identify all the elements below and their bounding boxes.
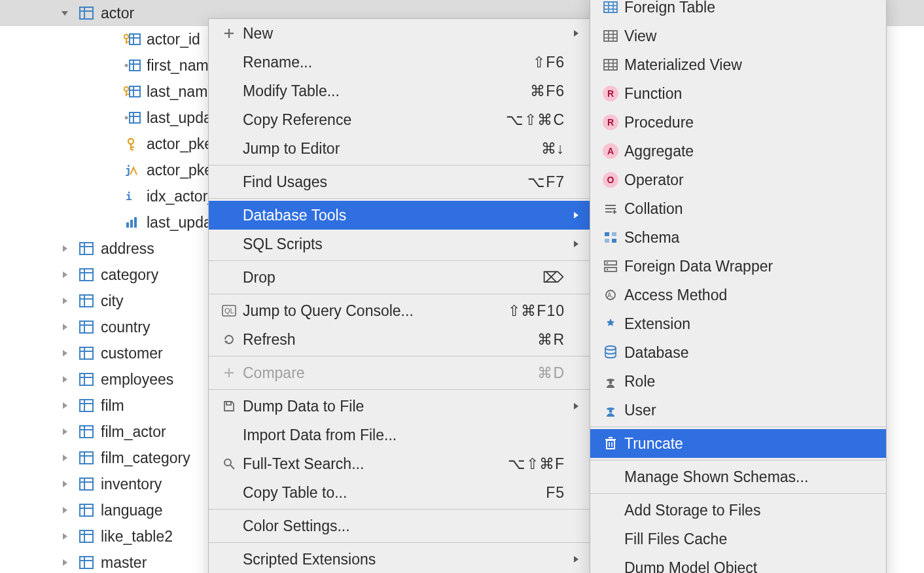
- menu-item[interactable]: Add Storage to Files: [590, 496, 886, 525]
- svg-rect-31: [130, 220, 133, 228]
- submenu-new[interactable]: Foreign TableViewMaterialized ViewRFunct…: [590, 0, 887, 573]
- chevron-right-icon: [55, 296, 75, 305]
- menu-separator: [209, 165, 590, 165]
- menu-item[interactable]: View: [590, 22, 886, 50]
- tree-node-label: category: [98, 266, 158, 284]
- context-menu[interactable]: NewRename...⇧F6Modify Table...⌘F6Copy Re…: [208, 18, 590, 573]
- collation-icon: [599, 203, 622, 215]
- menu-item[interactable]: Materialized View: [590, 50, 886, 79]
- svg-rect-109: [604, 31, 617, 41]
- svg-rect-125: [612, 232, 616, 236]
- menu-separator: [209, 542, 590, 543]
- menu-item-label: Compare: [240, 364, 524, 382]
- svg-rect-78: [80, 530, 93, 542]
- menu-item-label: Collation: [622, 200, 861, 218]
- menu-item[interactable]: Find Usages⌥F7: [209, 167, 590, 196]
- svg-rect-4: [130, 34, 140, 44]
- menu-item[interactable]: New: [209, 19, 590, 48]
- menu-item[interactable]: Color Settings...: [209, 512, 590, 540]
- menu-item[interactable]: RFunction: [590, 79, 886, 108]
- menu-separator: [209, 294, 590, 294]
- menu-item[interactable]: Drop⌦: [209, 263, 590, 292]
- chevron-right-icon: [55, 506, 75, 515]
- menu-item-label: Aggregate: [622, 143, 861, 160]
- chevron-down-icon: [55, 9, 75, 18]
- tree-node-label: master: [98, 554, 147, 572]
- menu-item[interactable]: Extension: [590, 309, 886, 338]
- extension-icon: [599, 317, 622, 330]
- menu-item[interactable]: Schema: [590, 223, 886, 252]
- menu-item[interactable]: Copy Table to...F5: [209, 478, 590, 507]
- svg-marker-96: [574, 403, 578, 409]
- menu-item[interactable]: Role: [590, 367, 886, 396]
- menu-item[interactable]: OOperator: [590, 165, 886, 194]
- svg-rect-46: [80, 321, 93, 333]
- svg-rect-10: [130, 60, 140, 71]
- menu-item-shortcut: F5: [533, 484, 565, 502]
- menu-item[interactable]: Copy Reference⌥⇧⌘C: [209, 105, 590, 134]
- menu-separator: [209, 198, 590, 199]
- svg-rect-50: [80, 347, 93, 359]
- svg-rect-20: [130, 113, 140, 123]
- svg-point-17: [124, 87, 129, 92]
- plus-icon: [218, 367, 240, 379]
- menu-item[interactable]: Database Tools: [209, 201, 590, 230]
- stats-icon: [120, 216, 144, 229]
- column-icon: [120, 111, 144, 124]
- menu-item[interactable]: RProcedure: [590, 108, 886, 137]
- menu-item[interactable]: Manage Shown Schemas...: [590, 462, 886, 491]
- svg-rect-70: [80, 478, 93, 490]
- svg-marker-33: [63, 245, 67, 252]
- menu-separator: [590, 460, 886, 460]
- menu-separator: [209, 389, 590, 390]
- svg-rect-42: [80, 295, 93, 307]
- menu-item[interactable]: Database: [590, 338, 886, 367]
- refresh-icon: [218, 333, 240, 346]
- chevron-right-icon: [55, 453, 75, 462]
- menu-item-shortcut: ⌘D: [524, 364, 565, 382]
- menu-item-label: Refresh: [240, 331, 524, 349]
- menu-item[interactable]: SQL Scripts: [209, 230, 590, 258]
- menu-item[interactable]: AiAccess Method: [590, 281, 886, 309]
- pill-A-icon: A: [599, 143, 622, 159]
- menu-item[interactable]: Rename...⇧F6: [209, 48, 590, 77]
- svg-point-136: [609, 410, 613, 413]
- svg-marker-61: [63, 428, 67, 435]
- menu-item[interactable]: Modify Table...⌘F6: [209, 77, 590, 105]
- search-icon: [218, 457, 240, 470]
- menu-item[interactable]: AAggregate: [590, 137, 886, 165]
- menu-item-label: Jump to Editor: [240, 140, 528, 158]
- menu-item[interactable]: Scripted Extensions: [209, 545, 590, 573]
- menu-item[interactable]: Import Data from File...: [209, 421, 590, 449]
- menu-item: Compare⌘D: [209, 358, 590, 387]
- menu-item[interactable]: Full-Text Search...⌥⇧⌘F: [209, 449, 590, 478]
- menu-item-label: Truncate: [622, 435, 861, 453]
- menu-item[interactable]: Refresh⌘R: [209, 325, 590, 354]
- menu-item[interactable]: Fill Files Cache: [590, 525, 886, 553]
- pill-R-icon: R: [599, 86, 622, 101]
- menu-item-label: View: [622, 27, 861, 45]
- menu-item[interactable]: Truncate: [590, 429, 886, 458]
- menu-item-shortcut: ⌘↓: [528, 140, 565, 158]
- svg-rect-114: [604, 60, 617, 70]
- chevron-right-icon: [55, 349, 75, 358]
- menu-item[interactable]: QLJump to Query Console...⇧⌘F10: [209, 296, 590, 325]
- menu-item-shortcut: ⌘R: [524, 331, 565, 349]
- svg-rect-30: [126, 222, 129, 228]
- menu-item[interactable]: Foreign Table: [590, 0, 886, 22]
- menu-item[interactable]: Dump Model Object: [590, 553, 886, 573]
- submenu-arrow-icon: [565, 239, 579, 249]
- database-icon: [599, 345, 622, 360]
- menu-item[interactable]: Dump Data to File: [209, 392, 590, 421]
- menu-item[interactable]: Jump to Editor⌘↓: [209, 134, 590, 163]
- table-icon: [75, 268, 98, 281]
- tree-node-label: last_name: [144, 83, 216, 101]
- menu-item[interactable]: Collation: [590, 194, 886, 223]
- svg-rect-126: [605, 239, 609, 243]
- menu-item-label: Full-Text Search...: [240, 455, 495, 473]
- menu-item[interactable]: User: [590, 396, 886, 425]
- svg-rect-74: [80, 504, 93, 516]
- menu-separator: [590, 493, 886, 494]
- menu-item[interactable]: Foreign Data Wrapper: [590, 252, 886, 281]
- menu-item-label: Dump Data to File: [240, 398, 565, 415]
